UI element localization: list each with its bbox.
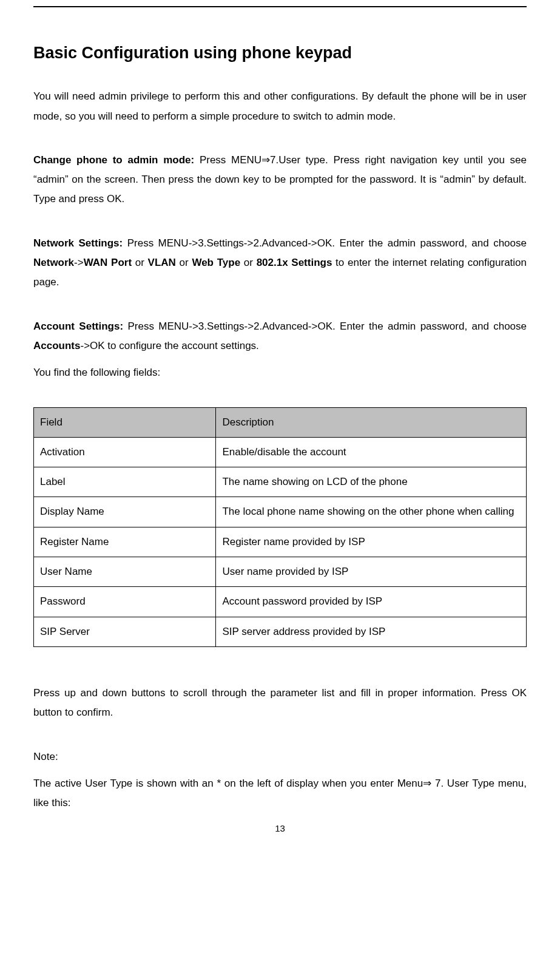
network-settings-bold-4: Web Type xyxy=(192,257,240,268)
cell-field: Label xyxy=(34,467,216,497)
table-row: Register Name Register name provided by … xyxy=(34,527,527,557)
note-text: The active User Type is shown with an * … xyxy=(33,774,527,813)
fields-table: Field Description Activation Enable/disa… xyxy=(33,407,527,647)
cell-field: Activation xyxy=(34,437,216,467)
network-settings-text-5: or xyxy=(240,257,257,268)
cell-field: SIP Server xyxy=(34,617,216,646)
cell-desc: User name provided by ISP xyxy=(216,557,527,587)
top-rule xyxy=(33,6,527,7)
table-row: Activation Enable/disable the account xyxy=(34,437,527,467)
account-settings-label: Account Settings: xyxy=(33,320,127,332)
intro-paragraph: You will need admin privilege to perform… xyxy=(33,87,527,126)
cell-field: User Name xyxy=(34,557,216,587)
network-settings-paragraph: Network Settings: Press MENU->3.Settings… xyxy=(33,234,527,293)
cell-desc: Register name provided by ISP xyxy=(216,527,527,557)
network-settings-bold-3: VLAN xyxy=(148,257,176,268)
network-settings-text-1: Press MENU->3.Settings->2.Advanced->OK. … xyxy=(127,237,527,249)
network-settings-text-2: -> xyxy=(74,257,84,268)
cell-field: Display Name xyxy=(34,497,216,527)
th-field: Field xyxy=(34,407,216,437)
cell-desc: SIP server address provided by ISP xyxy=(216,617,527,646)
account-settings-text-2: ->OK to configure the account settings. xyxy=(80,340,258,351)
note-label: Note: xyxy=(33,747,527,767)
table-row: SIP Server SIP server address provided b… xyxy=(34,617,527,646)
page-heading: Basic Configuration using phone keypad xyxy=(33,38,527,69)
network-settings-text-3: or xyxy=(132,257,148,268)
press-paragraph: Press up and down buttons to scroll thro… xyxy=(33,683,527,723)
cell-field: Register Name xyxy=(34,527,216,557)
table-header-row: Field Description xyxy=(34,407,527,437)
table-row: Display Name The local phone name showin… xyxy=(34,497,527,527)
cell-desc: The name showing on LCD of the phone xyxy=(216,467,527,497)
network-settings-label: Network Settings: xyxy=(33,237,127,249)
th-desc: Description xyxy=(216,407,527,437)
network-settings-text-4: or xyxy=(176,257,192,268)
document-page: Basic Configuration using phone keypad Y… xyxy=(0,6,560,856)
cell-desc: The local phone name showing on the othe… xyxy=(216,497,527,527)
change-admin-paragraph: Change phone to admin mode: Press MENU⇒7… xyxy=(33,151,527,209)
table-row: Label The name showing on LCD of the pho… xyxy=(34,467,527,497)
network-settings-bold-2: WAN Port xyxy=(84,257,132,268)
change-admin-label: Change phone to admin mode: xyxy=(33,154,200,166)
account-settings-bold-1: Accounts xyxy=(33,340,80,351)
account-settings-paragraph: Account Settings: Press MENU->3.Settings… xyxy=(33,317,527,356)
page-number: 13 xyxy=(33,820,527,838)
network-settings-bold-5: 802.1x Settings xyxy=(257,257,332,268)
cell-desc: Enable/disable the account xyxy=(216,437,527,467)
network-settings-bold-1: Network xyxy=(33,257,74,268)
fields-line: You find the following fields: xyxy=(33,363,527,382)
table-row: Password Account password provided by IS… xyxy=(34,587,527,617)
cell-field: Password xyxy=(34,587,216,617)
account-settings-text-1: Press MENU->3.Settings->2.Advanced->OK. … xyxy=(127,320,527,332)
table-row: User Name User name provided by ISP xyxy=(34,557,527,587)
cell-desc: Account password provided by ISP xyxy=(216,587,527,617)
